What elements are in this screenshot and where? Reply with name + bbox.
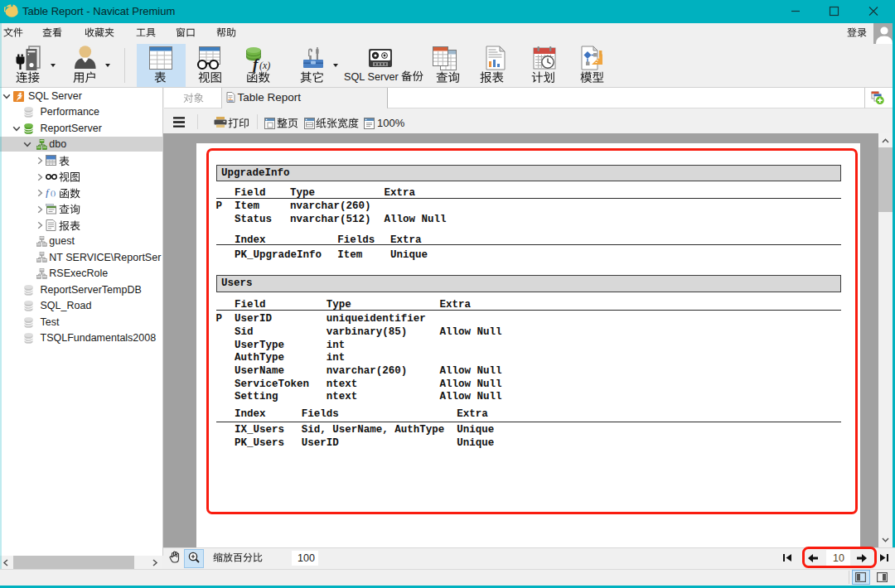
svg-text:(): (): [51, 189, 56, 197]
svg-text:(x): (x): [259, 60, 270, 71]
